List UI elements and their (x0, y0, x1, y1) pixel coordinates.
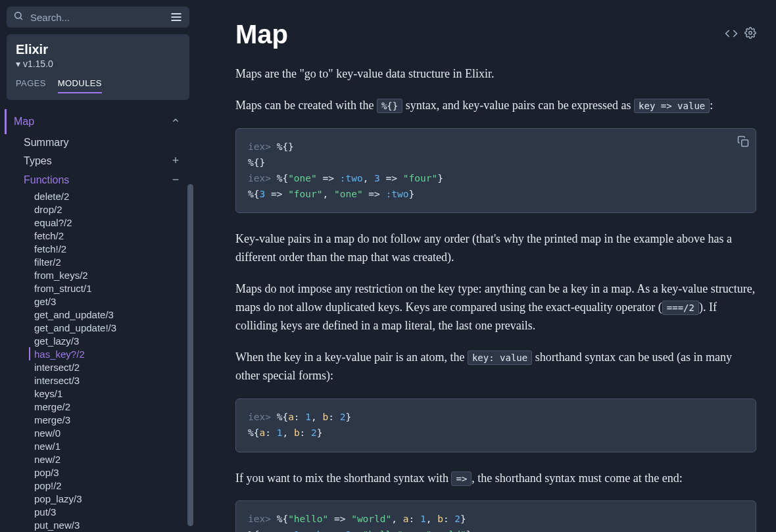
settings-icon[interactable] (744, 27, 756, 43)
svg-rect-6 (742, 140, 748, 147)
nav-function-item[interactable]: put/3 (34, 505, 185, 518)
nav-function-item[interactable]: fetch!/2 (34, 242, 185, 255)
nav-function-item[interactable]: new/1 (34, 439, 185, 452)
inline-code: => (451, 472, 472, 486)
nav-function-item[interactable]: pop/3 (34, 466, 185, 479)
minus-icon: − (171, 173, 180, 187)
nav-function-item[interactable]: intersect/3 (34, 374, 185, 387)
nav-function-item[interactable]: keys/1 (34, 387, 185, 400)
tab-pages[interactable]: PAGES (16, 78, 46, 93)
inline-code[interactable]: ===/2 (662, 301, 699, 315)
nav-function-item[interactable]: has_key?/2 (29, 347, 185, 360)
project-card: Elixir ▾ v1.15.0 PAGES MODULES (7, 34, 189, 100)
code-block: iex> %{a: 1, b: 2} %{a: 1, b: 2} (235, 399, 756, 452)
inline-code: %{} (377, 99, 402, 113)
nav-function-item[interactable]: from_struct/1 (34, 281, 185, 295)
nav-function-item[interactable]: new/0 (34, 426, 185, 439)
svg-point-5 (749, 31, 752, 34)
svg-line-1 (20, 18, 22, 20)
nav-function-item[interactable]: delete/2 (34, 189, 185, 203)
nav-function-item[interactable]: from_keys/2 (34, 268, 185, 281)
paragraph: Maps can be created with the %{} syntax,… (235, 97, 756, 115)
copy-icon[interactable] (737, 135, 749, 153)
nav-function-item[interactable]: drop/2 (34, 203, 185, 216)
nav-module-map[interactable]: Map (5, 109, 185, 134)
nav-function-item[interactable]: filter/2 (34, 255, 185, 268)
paragraph: Maps do not impose any restriction on th… (235, 280, 756, 335)
inline-code: key => value (634, 99, 710, 113)
nav-tree: Map Summary Types + Functions − delete/2… (7, 105, 189, 531)
nav-function-item[interactable]: merge/3 (34, 413, 185, 426)
search-input[interactable] (30, 12, 166, 23)
nav-function-item[interactable]: get_and_update!/3 (34, 321, 185, 334)
paragraph: Key-value pairs in a map do not follow a… (235, 230, 756, 267)
nav-function-item[interactable]: get_lazy/3 (34, 334, 185, 347)
inline-code: key: value (468, 351, 532, 365)
sidebar: Elixir ▾ v1.15.0 PAGES MODULES Map Summa… (0, 0, 196, 532)
nav-functions[interactable]: Functions − (11, 170, 185, 189)
project-name[interactable]: Elixir (16, 42, 180, 57)
code-block: iex> %{} %{} iex> %{"one" => :two, 3 => … (235, 128, 756, 214)
paragraph: When the key in a key-value pair is an a… (235, 349, 756, 385)
search-icon (13, 11, 24, 24)
project-version[interactable]: ▾ v1.15.0 (16, 59, 180, 69)
nav-function-item[interactable]: get_and_update/3 (34, 308, 185, 321)
svg-point-0 (15, 12, 21, 18)
nav-function-item[interactable]: merge/2 (34, 400, 185, 413)
nav-summary[interactable]: Summary (11, 134, 185, 151)
paragraph: Maps are the "go to" key-value data stru… (235, 65, 756, 84)
paragraph: If you want to mix the shorthand syntax … (235, 470, 756, 488)
nav-function-item[interactable]: fetch/2 (34, 229, 185, 242)
nav-function-item[interactable]: equal?/2 (34, 216, 185, 229)
page-title: Map (235, 20, 288, 49)
content: Map Maps are the "go to" key-value data … (196, 0, 776, 532)
nav-types[interactable]: Types + (11, 151, 185, 170)
nav-function-item[interactable]: pop!/2 (34, 479, 185, 492)
plus-icon: + (171, 154, 180, 168)
menu-icon[interactable] (166, 11, 183, 24)
nav-tabs: PAGES MODULES (16, 78, 180, 93)
function-list: delete/2drop/2equal?/2fetch/2fetch!/2fil… (11, 189, 185, 531)
chevron-up-icon (171, 116, 180, 128)
view-source-icon[interactable] (725, 27, 738, 43)
nav-function-item[interactable]: pop_lazy/3 (34, 492, 185, 505)
code-block: iex> %{"hello" => "world", a: 1, b: 2} %… (235, 500, 756, 532)
nav-function-item[interactable]: put_new/3 (34, 518, 185, 531)
tab-modules[interactable]: MODULES (58, 78, 102, 93)
nav-module-label: Map (14, 116, 34, 128)
search-bar (7, 7, 189, 28)
nav-function-item[interactable]: intersect/2 (34, 360, 185, 374)
nav-function-item[interactable]: get/3 (34, 295, 185, 308)
nav-function-item[interactable]: new/2 (34, 452, 185, 466)
